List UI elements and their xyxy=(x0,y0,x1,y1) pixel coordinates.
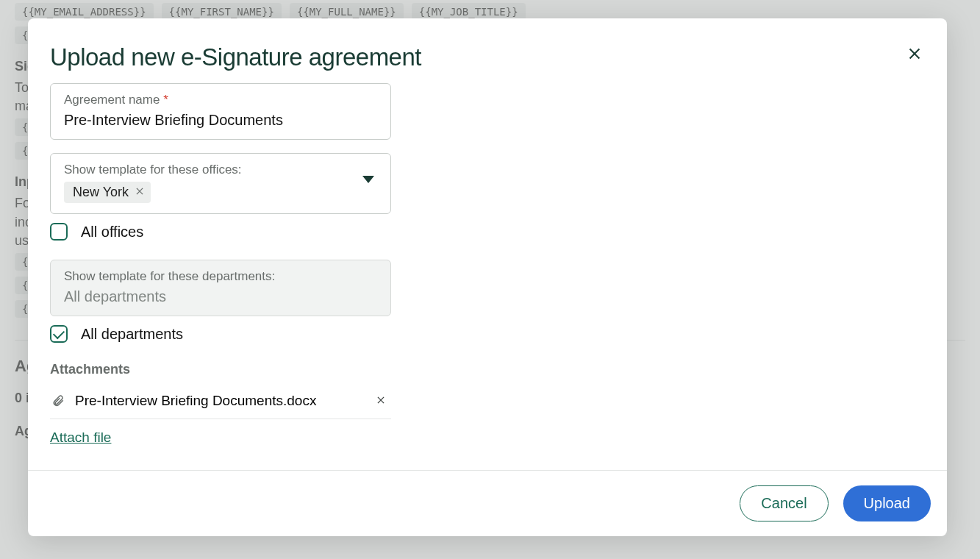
office-chip-label: New York xyxy=(73,185,129,200)
departments-label: Show template for these departments: xyxy=(64,269,377,284)
agreement-name-label: Agreement name * xyxy=(64,93,377,107)
cancel-button[interactable]: Cancel xyxy=(740,485,828,521)
required-asterisk: * xyxy=(163,93,168,107)
agreement-name-input[interactable] xyxy=(64,112,377,129)
upload-button[interactable]: Upload xyxy=(843,485,931,521)
modal-title: Upload new e-Signature agreement xyxy=(50,43,421,71)
all-offices-label: All offices xyxy=(81,224,143,241)
remove-office-chip[interactable] xyxy=(135,185,145,200)
all-offices-row: All offices xyxy=(50,223,925,241)
departments-select-field: Show template for these departments: All… xyxy=(50,260,391,316)
agreement-name-field[interactable]: Agreement name * xyxy=(50,83,391,140)
close-icon xyxy=(376,393,386,409)
attach-file-link[interactable]: Attach file xyxy=(50,430,111,446)
close-button[interactable] xyxy=(904,43,925,64)
office-chip: New York xyxy=(64,182,151,203)
all-departments-row: All departments xyxy=(50,325,925,343)
all-offices-checkbox[interactable] xyxy=(50,223,68,241)
attachments-heading: Attachments xyxy=(50,362,925,377)
all-departments-checkbox[interactable] xyxy=(50,325,68,343)
upload-agreement-modal: Upload new e-Signature agreement Agreeme… xyxy=(28,18,947,536)
offices-select-field[interactable]: Show template for these offices: New Yor… xyxy=(50,153,391,214)
departments-value: All departments xyxy=(64,288,377,305)
attachment-row: Pre-Interview Briefing Documents.docx xyxy=(50,386,391,419)
all-departments-label: All departments xyxy=(81,326,183,343)
close-icon xyxy=(135,185,145,200)
chevron-down-icon xyxy=(362,176,374,183)
modal-footer: Cancel Upload xyxy=(28,470,947,536)
attachment-filename: Pre-Interview Briefing Documents.docx xyxy=(75,393,362,409)
offices-label: Show template for these offices: xyxy=(64,163,377,177)
remove-attachment-button[interactable] xyxy=(372,392,390,410)
paperclip-icon xyxy=(51,394,65,407)
